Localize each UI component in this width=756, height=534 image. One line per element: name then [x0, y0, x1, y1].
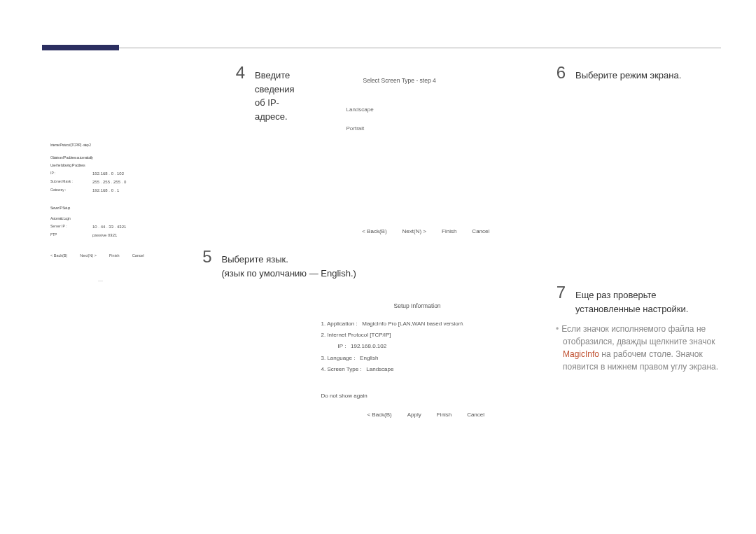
server-ip-value[interactable]: 10 . 44 . 33 . 4321	[92, 224, 126, 230]
finish-button[interactable]: Finish	[442, 228, 456, 234]
info-lang-value: English	[360, 355, 378, 361]
cancel-button[interactable]: Cancel	[467, 412, 484, 418]
step-7: 7 Еще раз проверьте установленные настро…	[553, 283, 721, 373]
content-columns: 4 Введите сведения об IP-адресе. Interne…	[42, 63, 721, 534]
step-5-number: 5	[200, 247, 212, 267]
manual-ip-option[interactable]: Use the following IP address	[50, 163, 295, 169]
column-left: 4 Введите сведения об IP-адресе. Interne…	[42, 63, 295, 534]
gateway-label: Gateway :	[50, 188, 92, 194]
step-4-title: Введите сведения об IP-адресе.	[255, 69, 295, 123]
header-accent	[42, 45, 119, 50]
info-app-label: 1. Application :	[321, 321, 358, 327]
portrait-option[interactable]: Portrait	[346, 125, 531, 132]
next-button[interactable]: Next(N) >	[80, 253, 97, 258]
step-5-title-line2: (язык по умолчанию — English.)	[222, 267, 356, 281]
screen-type-wizard-title: Select Screen Type - step 4	[363, 77, 531, 84]
setup-info: Setup Information 1. Application : Magic…	[317, 300, 531, 418]
back-button[interactable]: < Back(B)	[362, 228, 386, 234]
note-highlight: MagicInfo	[563, 349, 599, 359]
step-6: 6 Выберите режим экрана.	[553, 63, 721, 88]
cancel-button[interactable]: Cancel	[132, 253, 144, 258]
do-not-show-checkbox[interactable]: Do not show again	[321, 393, 368, 399]
step-7-title-line1: Еще раз проверьте	[575, 290, 656, 300]
setup-info-title: Setup Information	[394, 302, 531, 309]
note-prefix: Если значок исполняемого файла не отобра…	[561, 324, 715, 346]
step-7-note: •Если значок исполняемого файла не отобр…	[553, 323, 721, 373]
server-ip-section: Server IP Setup	[50, 206, 70, 211]
auto-login-option[interactable]: Automatic Login	[50, 216, 295, 222]
info-app-value: MagicInfo Pro [LAN,WAN based version\	[362, 321, 463, 327]
info-ip-label: IP :	[338, 343, 346, 349]
ip-value[interactable]: 192.168 . 0 . 102	[92, 171, 124, 177]
info-screen-value: Landscape	[366, 366, 393, 372]
bullet-icon: •	[556, 324, 561, 334]
ftp-value[interactable]: passive 0321	[92, 232, 117, 239]
apply-button[interactable]: Apply	[407, 412, 421, 418]
back-button[interactable]: < Back(B)	[367, 412, 391, 418]
header-rule	[42, 48, 721, 48]
info-ip-value: 192.168.0.102	[351, 343, 386, 349]
cancel-button[interactable]: Cancel	[472, 228, 489, 234]
step-6-number: 6	[553, 63, 566, 83]
info-screen-label: 4. Screen Type :	[321, 366, 362, 372]
subnet-label: Subnet Mask :	[50, 179, 92, 185]
step-5-title: Выберите язык. (язык по умолчанию — Engl…	[222, 253, 356, 280]
step-7-title: Еще раз проверьте установленные настройк…	[575, 288, 688, 316]
info-proto-label: 2. Internet Protocol [TCP/IP]	[321, 332, 391, 338]
wizard-title: Internet Protocol [TCP/IP] - step 2	[50, 143, 91, 148]
back-button[interactable]: < Back(B)	[50, 253, 67, 258]
step-5-title-line1: Выберите язык.	[222, 254, 288, 265]
step-7-number: 7	[553, 283, 566, 302]
server-ip-label: Server IP :	[50, 224, 92, 230]
column-middle: Select Screen Type - step 4 Landscape Po…	[317, 63, 531, 534]
auto-ip-option[interactable]: Obtain an IP address automatically	[50, 155, 295, 161]
finish-button[interactable]: Finish	[437, 412, 451, 418]
step-4: 4 Введите сведения об IP-адресе.	[232, 63, 295, 129]
column-right: 6 Выберите режим экрана. 7 Еще раз прове…	[553, 63, 721, 534]
step-6-title: Выберите режим экрана.	[575, 69, 681, 83]
step-4-wizard: Internet Protocol [TCP/IP] - step 2 Obta…	[50, 136, 295, 258]
next-button[interactable]: Next(N) >	[402, 228, 426, 234]
step-6-wizard: Select Screen Type - step 4 Landscape Po…	[321, 77, 531, 234]
info-lang-label: 3. Language :	[321, 355, 356, 361]
step-5: 5 Выберите язык. (язык по умолчанию — En…	[200, 247, 531, 286]
finish-button[interactable]: Finish	[109, 253, 120, 258]
ftp-label: FTP	[50, 232, 92, 239]
ip-label: IP :	[50, 171, 92, 177]
subnet-value[interactable]: 255 . 255 . 255 . 0	[92, 179, 126, 185]
step-4-number: 4	[232, 63, 245, 83]
landscape-option[interactable]: Landscape	[346, 106, 531, 113]
page-root: 4 Введите сведения об IP-адресе. Interne…	[0, 0, 756, 534]
step-7-title-line2: установленные настройки.	[575, 302, 688, 316]
gateway-value[interactable]: 192.168 . 0 . 1	[92, 188, 119, 194]
